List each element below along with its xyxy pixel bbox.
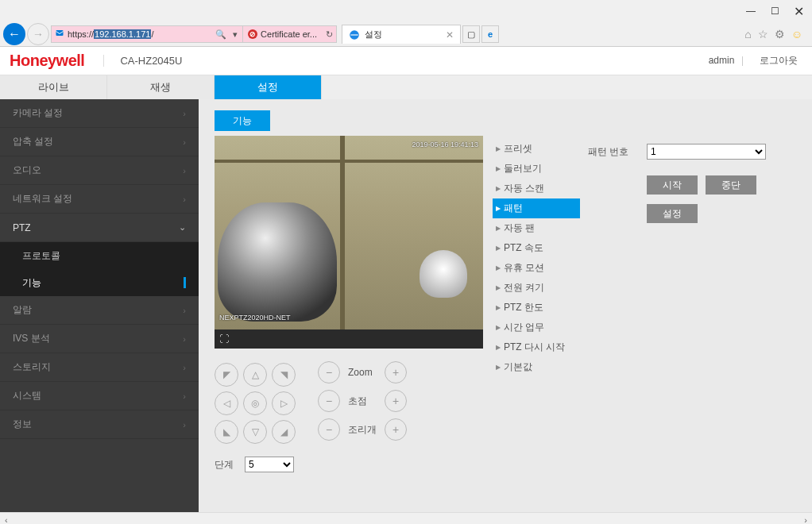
sidebar-sub-protocol[interactable]: 프로토콜 [0,242,199,269]
tab-live[interactable]: 라이브 [0,75,107,99]
model-label: CA-HZ2045U [103,55,182,67]
active-indicator [184,277,186,288]
sidebar-sub-function[interactable]: 기능 [0,269,199,296]
sidebar-item-camera[interactable]: 카메라 설정› [0,99,199,128]
video-timestamp: 2019-05-16 19:41:13 [412,141,478,148]
menu-ptz-limit[interactable]: ▶PTZ 한도 [493,298,580,318]
menu-default[interactable]: ▶기본값 [493,357,580,377]
ie-icon [349,29,360,40]
fullscreen-icon[interactable]: ⛶ [219,333,229,345]
ptz-up-button[interactable]: △ [243,363,267,387]
stop-button[interactable]: 중단 [706,175,756,195]
nav-forward-button[interactable]: → [27,23,49,45]
menu-tour[interactable]: ▶둘러보기 [493,159,580,179]
window-close-button[interactable]: ✕ [787,2,810,20]
sidebar-item-ptz[interactable]: PTZ⌄ [0,214,199,242]
certificate-error[interactable]: ⊘ Certificate er... [242,26,322,42]
ptz-down-button[interactable]: ▽ [243,420,267,444]
search-icon[interactable]: 🔍 [214,29,228,40]
tab-title: 설정 [365,29,382,40]
ptz-center-button[interactable]: ◎ [243,391,267,415]
sidebar-item-system[interactable]: 시스템› [0,382,199,410]
ptz-up-right-button[interactable]: ◥ [272,363,296,387]
url-prefix: https:// [68,29,94,39]
video-preview[interactable]: 2019-05-16 19:41:13 NEXPTZ2020HD-NET [215,136,483,329]
section-tab-function[interactable]: 기능 [215,110,270,131]
sidebar-item-ivs[interactable]: IVS 분석› [0,325,199,353]
video-toolbar: ⛶ [215,329,483,349]
step-select[interactable]: 5 [245,457,294,472]
window-maximize-button[interactable]: ☐ [763,2,787,20]
start-button[interactable]: 시작 [647,175,698,195]
menu-scan[interactable]: ▶자동 스캔 [493,179,580,198]
user-name: admin [704,55,740,66]
chevron-right-icon: › [183,306,186,315]
ptz-function-menu: ▶프리셋 ▶둘러보기 ▶자동 스캔 ▶패턴 ▶자동 팬 ▶PTZ 속도 ▶유휴 … [493,139,580,377]
iris-out-button[interactable]: − [318,418,340,441]
app-header: Honeywell CA-HZ2045U admin 로그아웃 [0,47,812,75]
menu-label: 자동 팬 [504,222,535,235]
nav-back-button[interactable]: ← [3,23,25,45]
menu-ptz-speed[interactable]: ▶PTZ 속도 [493,238,580,258]
menu-label: 자동 스캔 [504,182,544,195]
window-minimize-button[interactable]: — [739,2,763,20]
sidebar-item-info[interactable]: 정보› [0,410,199,439]
focus-label: 초점 [348,395,377,408]
menu-preset[interactable]: ▶프리셋 [493,139,580,159]
focus-out-button[interactable]: − [318,390,340,412]
sidebar-item-encode[interactable]: 압축 설정› [0,128,199,156]
menu-ptz-restart[interactable]: ▶PTZ 다시 시작 [493,337,580,357]
scroll-left-icon[interactable]: ‹ [5,515,8,525]
chevron-right-icon: › [183,391,186,401]
tab-close-icon[interactable]: ✕ [446,29,454,40]
menu-pattern[interactable]: ▶패턴 [493,198,580,218]
smiley-icon[interactable]: ☺ [791,28,802,40]
sidebar-item-network[interactable]: 네트워크 설정› [0,185,199,214]
address-bar[interactable]: https://192.168.1.171/ 🔍 ▾ ⊘ Certificate… [51,25,337,43]
ptz-left-button[interactable]: ◁ [215,391,238,415]
sidebar-item-label: 오디오 [13,164,41,177]
chevron-right-icon: › [183,166,186,175]
ptz-down-left-button[interactable]: ◣ [215,420,238,444]
menu-power-up[interactable]: ▶전원 켜기 [493,278,580,298]
dropdown-icon[interactable]: ▾ [228,29,242,40]
step-row: 단계 5 [215,457,294,472]
sidebar-item-audio[interactable]: 오디오› [0,156,199,185]
favorites-icon[interactable]: ☆ [758,28,768,40]
menu-time-task[interactable]: ▶시간 업무 [493,318,580,337]
sidebar-item-label: 카메라 설정 [13,106,63,120]
lock-icon [52,29,68,40]
logout-link[interactable]: 로그아웃 [755,55,802,66]
sidebar-item-storage[interactable]: 스토리지› [0,353,199,382]
scroll-right-icon[interactable]: › [804,515,807,525]
ptz-right-button[interactable]: ▷ [272,391,296,415]
tab-playback[interactable]: 재생 [107,75,215,99]
browser-tab[interactable]: 설정 ✕ [342,25,461,44]
sidebar-item-label: 시스템 [13,389,41,403]
triangle-icon: ▶ [496,145,501,152]
pattern-no-select[interactable]: 1 [647,144,766,160]
sidebar-sub-label: 기능 [22,276,41,290]
menu-idle-motion[interactable]: ▶유휴 모션 [493,258,580,278]
ptz-down-right-button[interactable]: ◢ [272,420,296,444]
focus-in-button[interactable]: + [385,390,407,412]
horizontal-scrollbar[interactable]: ‹ › [0,512,812,524]
iris-in-button[interactable]: + [385,418,407,441]
refresh-icon[interactable]: ↻ [322,29,336,40]
tab-settings[interactable]: 설정 [215,75,322,99]
tools-icon[interactable]: ⚙ [775,28,785,40]
ptz-direction-pad: ◤ △ ◥ ◁ ◎ ▷ ◣ ▽ ◢ [215,363,296,444]
home-icon[interactable]: ⌂ [744,28,751,40]
new-tab-button[interactable]: ▢ [462,25,480,43]
menu-label: 시간 업무 [504,321,544,334]
triangle-icon: ▶ [496,264,501,272]
setup-button[interactable]: 설정 [647,204,698,223]
edge-button[interactable]: e [481,25,499,43]
zoom-out-button[interactable]: − [318,361,340,383]
triangle-icon: ▶ [496,165,501,172]
zoom-in-button[interactable]: + [385,361,407,383]
sidebar-item-label: IVS 분석 [13,332,50,345]
ptz-up-left-button[interactable]: ◤ [215,363,238,387]
menu-pan[interactable]: ▶자동 팬 [493,218,580,238]
sidebar-item-alarm[interactable]: 알람› [0,296,199,325]
